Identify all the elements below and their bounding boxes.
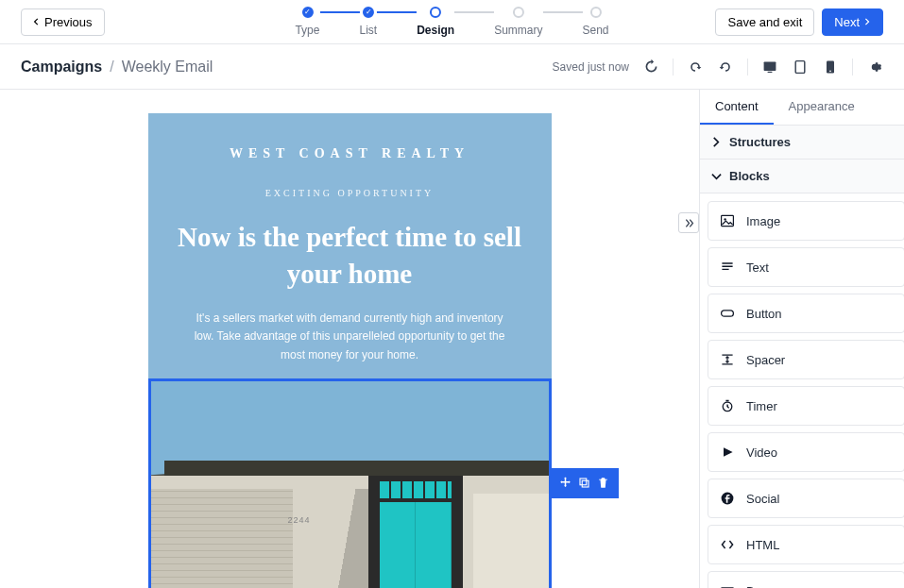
- step-connector: [454, 11, 494, 13]
- code-icon: [720, 537, 735, 552]
- previous-button[interactable]: Previous: [21, 8, 105, 36]
- block-timer[interactable]: Timer: [708, 386, 904, 426]
- duplicate-icon[interactable]: [575, 474, 594, 493]
- svg-rect-2: [795, 60, 805, 73]
- step-connector: [377, 11, 417, 13]
- chevron-right-icon: [863, 18, 871, 25]
- block-spacer[interactable]: Spacer: [708, 340, 904, 379]
- section-blocks[interactable]: Blocks: [700, 160, 904, 193]
- block-button[interactable]: Button: [708, 294, 904, 333]
- chevron-right-icon: [711, 137, 722, 147]
- step-dot-icon: [513, 7, 524, 18]
- section-structures[interactable]: Structures: [700, 126, 904, 160]
- next-button[interactable]: Next: [822, 8, 883, 36]
- history-icon[interactable]: [642, 59, 659, 76]
- step-type[interactable]: Type: [295, 7, 319, 37]
- email-body-text: It's a sellers market with demand curren…: [177, 310, 523, 364]
- block-banner[interactable]: Banner: [708, 571, 904, 588]
- email-preview: WEST COAST REALTY EXCITING OPPORTUNITY N…: [148, 113, 552, 588]
- chevron-double-right-icon: [684, 218, 694, 228]
- desktop-preview-icon[interactable]: [761, 59, 778, 76]
- timer-icon: [720, 398, 735, 413]
- image-icon: [720, 213, 735, 228]
- step-list[interactable]: List: [359, 7, 377, 37]
- block-floating-toolbar: [551, 468, 619, 498]
- text-icon: [720, 260, 735, 275]
- step-summary[interactable]: Summary: [494, 7, 542, 37]
- delete-icon[interactable]: [594, 474, 613, 493]
- svg-rect-6: [582, 481, 588, 488]
- svg-point-4: [829, 70, 831, 72]
- redo-icon[interactable]: [717, 59, 734, 76]
- spacer-icon: [720, 352, 735, 367]
- progress-stepper: Type List Design Summary Send: [295, 7, 608, 37]
- block-image[interactable]: Image: [708, 201, 904, 241]
- breadcrumb-root[interactable]: Campaigns: [21, 59, 102, 76]
- svg-rect-7: [722, 215, 734, 226]
- step-dot-icon: [301, 7, 313, 18]
- svg-rect-5: [580, 479, 587, 485]
- save-and-exit-button[interactable]: Save and exit: [715, 8, 814, 36]
- svg-rect-9: [722, 311, 734, 316]
- mobile-preview-icon[interactable]: [822, 59, 839, 76]
- email-brand: WEST COAST REALTY: [177, 146, 523, 161]
- chevron-down-icon: [711, 171, 722, 181]
- email-headline: Now is the perfect time to sell your hom…: [177, 219, 523, 293]
- button-icon: [720, 306, 735, 321]
- house-address: 2244: [288, 515, 311, 525]
- house-illustration: 2244: [151, 461, 549, 588]
- step-dot-icon: [430, 7, 441, 18]
- previous-label: Previous: [44, 15, 93, 29]
- blocks-list: Image Text Button Spacer Timer Video: [700, 193, 904, 588]
- panel-tabs: Content Appearance: [700, 90, 904, 126]
- selected-image-block[interactable]: 2244: [148, 378, 552, 588]
- editor-canvas[interactable]: WEST COAST REALTY EXCITING OPPORTUNITY N…: [0, 90, 699, 588]
- social-icon: [720, 491, 735, 506]
- block-social[interactable]: Social: [708, 479, 904, 518]
- settings-gear-icon[interactable]: [866, 59, 883, 76]
- right-panel: Content Appearance Structures Blocks Ima…: [699, 90, 904, 588]
- step-design[interactable]: Design: [417, 7, 454, 37]
- tablet-preview-icon[interactable]: [792, 59, 809, 76]
- svg-rect-0: [764, 61, 776, 71]
- step-connector: [543, 11, 583, 13]
- saved-status: Saved just now: [553, 60, 629, 74]
- email-subhead: EXCITING OPPORTUNITY: [177, 188, 523, 198]
- block-text[interactable]: Text: [708, 247, 904, 287]
- collapse-panel-button[interactable]: [678, 212, 699, 233]
- step-dot-icon: [363, 7, 374, 18]
- step-send[interactable]: Send: [583, 7, 609, 37]
- banner-icon: [720, 583, 735, 588]
- block-video[interactable]: Video: [708, 432, 904, 472]
- step-dot-icon: [590, 7, 602, 18]
- breadcrumb-current: Weekly Email: [122, 59, 213, 76]
- breadcrumb: Campaigns / Weekly Email: [21, 59, 213, 76]
- move-icon[interactable]: [556, 474, 575, 493]
- video-icon: [720, 445, 735, 460]
- tab-content[interactable]: Content: [700, 90, 774, 125]
- step-connector: [319, 11, 359, 13]
- tab-appearance[interactable]: Appearance: [774, 90, 870, 125]
- block-html[interactable]: HTML: [708, 525, 904, 564]
- undo-icon[interactable]: [687, 59, 704, 76]
- svg-rect-1: [768, 71, 773, 72]
- chevron-left-icon: [33, 18, 41, 25]
